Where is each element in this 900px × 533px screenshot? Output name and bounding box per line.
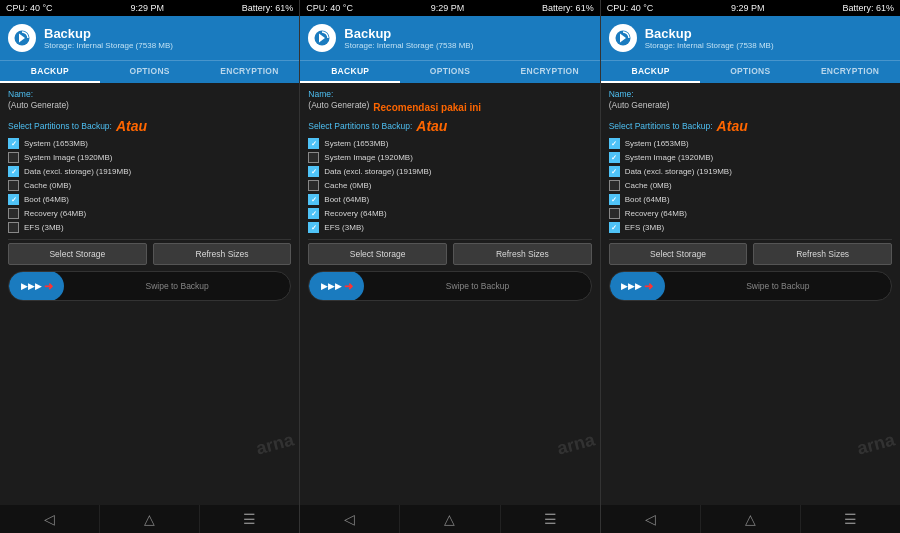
- partition-name: System Image (1920MB): [24, 153, 112, 162]
- refresh-sizes-button[interactable]: Refresh Sizes: [153, 243, 292, 265]
- nav-item-0[interactable]: ◁: [601, 505, 701, 533]
- swipe-bar[interactable]: ▶ ▶ ▶ ➜ Swipe to Backup: [308, 271, 591, 301]
- partition-checkbox[interactable]: [8, 222, 19, 233]
- tab-options[interactable]: OPTIONS: [700, 61, 800, 83]
- arrow-2: ▶: [628, 281, 635, 291]
- partition-item[interactable]: System Image (1920MB): [8, 152, 291, 163]
- atau-badge: Atau: [717, 118, 748, 134]
- partition-checkbox[interactable]: [609, 194, 620, 205]
- section-label: Select Partitions to Backup:: [8, 121, 112, 131]
- nav-item-2[interactable]: ☰: [501, 505, 600, 533]
- swipe-bar[interactable]: ▶ ▶ ▶ ➜ Swipe to Backup: [8, 271, 291, 301]
- cpu-status: CPU: 40 °C: [6, 3, 53, 13]
- partition-checkbox[interactable]: [8, 194, 19, 205]
- nav-item-2[interactable]: ☰: [801, 505, 900, 533]
- partition-name: Cache (0MB): [324, 181, 371, 190]
- partition-checkbox[interactable]: [609, 222, 620, 233]
- partition-checkbox[interactable]: [609, 138, 620, 149]
- tabs-bar: BACKUPOPTIONSENCRYPTION: [300, 60, 599, 83]
- tab-encryption[interactable]: ENCRYPTION: [500, 61, 600, 83]
- partition-item[interactable]: Cache (0MB): [308, 180, 591, 191]
- partition-item[interactable]: Data (excl. storage) (1919MB): [609, 166, 892, 177]
- section-row: Select Partitions to Backup:Atau: [8, 118, 291, 134]
- partition-item[interactable]: System (1653MB): [8, 138, 291, 149]
- arrow-1: ▶: [21, 281, 28, 291]
- partition-checkbox[interactable]: [8, 208, 19, 219]
- partition-item[interactable]: EFS (3MB): [308, 222, 591, 233]
- partition-checkbox[interactable]: [609, 208, 620, 219]
- partition-item[interactable]: Data (excl. storage) (1919MB): [308, 166, 591, 177]
- partition-name: Boot (64MB): [324, 195, 369, 204]
- partition-item[interactable]: Recovery (64MB): [308, 208, 591, 219]
- partition-name: Cache (0MB): [24, 181, 71, 190]
- app-header: Backup Storage: Internal Storage (7538 M…: [0, 16, 299, 60]
- partition-item[interactable]: System (1653MB): [308, 138, 591, 149]
- nav-item-0[interactable]: ◁: [300, 505, 400, 533]
- partition-checkbox[interactable]: [308, 166, 319, 177]
- partition-checkbox[interactable]: [8, 180, 19, 191]
- partition-item[interactable]: Cache (0MB): [609, 180, 892, 191]
- partition-item[interactable]: EFS (3MB): [8, 222, 291, 233]
- cpu-status: CPU: 40 °C: [306, 3, 353, 13]
- tab-encryption[interactable]: ENCRYPTION: [200, 61, 300, 83]
- nav-item-1[interactable]: △: [100, 505, 200, 533]
- partition-item[interactable]: Boot (64MB): [8, 194, 291, 205]
- nav-item-1[interactable]: △: [400, 505, 500, 533]
- partition-checkbox[interactable]: [308, 222, 319, 233]
- partition-item[interactable]: Data (excl. storage) (1919MB): [8, 166, 291, 177]
- partition-checkbox[interactable]: [8, 138, 19, 149]
- tab-options[interactable]: OPTIONS: [400, 61, 500, 83]
- refresh-sizes-button[interactable]: Refresh Sizes: [453, 243, 592, 265]
- partition-checkbox[interactable]: [308, 194, 319, 205]
- partition-item[interactable]: System Image (1920MB): [609, 152, 892, 163]
- partition-name: Recovery (64MB): [324, 209, 386, 218]
- name-label: Name:: [308, 89, 591, 99]
- partition-checkbox[interactable]: [8, 152, 19, 163]
- partition-checkbox[interactable]: [609, 152, 620, 163]
- battery-status: Battery: 61%: [542, 3, 594, 13]
- section-label: Select Partitions to Backup:: [308, 121, 412, 131]
- status-bar: CPU: 40 °C 9:29 PM Battery: 61%: [601, 0, 900, 16]
- status-bar: CPU: 40 °C 9:29 PM Battery: 61%: [300, 0, 599, 16]
- select-storage-button[interactable]: Select Storage: [308, 243, 447, 265]
- partition-checkbox[interactable]: [308, 208, 319, 219]
- tab-options[interactable]: OPTIONS: [100, 61, 200, 83]
- partition-item[interactable]: Recovery (64MB): [609, 208, 892, 219]
- partition-checkbox[interactable]: [609, 180, 620, 191]
- partition-item[interactable]: Cache (0MB): [8, 180, 291, 191]
- partition-item[interactable]: Boot (64MB): [609, 194, 892, 205]
- nav-item-0[interactable]: ◁: [0, 505, 100, 533]
- arrow-3: ▶: [635, 281, 642, 291]
- partition-list: System (1653MB)System Image (1920MB)Data…: [609, 138, 892, 233]
- partition-item[interactable]: Recovery (64MB): [8, 208, 291, 219]
- partition-checkbox[interactable]: [308, 152, 319, 163]
- app-title-block: Backup Storage: Internal Storage (7538 M…: [344, 26, 473, 50]
- nav-bar: ◁△☰: [601, 505, 900, 533]
- section-row: Select Partitions to Backup:Atau: [308, 118, 591, 134]
- refresh-sizes-button[interactable]: Refresh Sizes: [753, 243, 892, 265]
- nav-item-1[interactable]: △: [701, 505, 801, 533]
- select-storage-button[interactable]: Select Storage: [8, 243, 147, 265]
- nav-bar: ◁△☰: [300, 505, 599, 533]
- nav-item-2[interactable]: ☰: [200, 505, 299, 533]
- partition-item[interactable]: System Image (1920MB): [308, 152, 591, 163]
- partition-item[interactable]: EFS (3MB): [609, 222, 892, 233]
- tab-encryption[interactable]: ENCRYPTION: [800, 61, 900, 83]
- swipe-bar[interactable]: ▶ ▶ ▶ ➜ Swipe to Backup: [609, 271, 892, 301]
- battery-status: Battery: 61%: [842, 3, 894, 13]
- partition-checkbox[interactable]: [8, 166, 19, 177]
- partition-item[interactable]: System (1653MB): [609, 138, 892, 149]
- app-icon: [8, 24, 36, 52]
- tab-backup[interactable]: BACKUP: [300, 61, 400, 83]
- tab-backup[interactable]: BACKUP: [601, 61, 701, 83]
- partition-checkbox[interactable]: [308, 138, 319, 149]
- nav-bar: ◁△☰: [0, 505, 299, 533]
- partition-checkbox[interactable]: [308, 180, 319, 191]
- partition-item[interactable]: Boot (64MB): [308, 194, 591, 205]
- app-subtitle: Storage: Internal Storage (7538 MB): [645, 41, 774, 50]
- partition-checkbox[interactable]: [609, 166, 620, 177]
- tab-backup[interactable]: BACKUP: [0, 61, 100, 83]
- swipe-arrows: ▶ ▶ ▶ ➜: [309, 271, 364, 301]
- select-storage-button[interactable]: Select Storage: [609, 243, 748, 265]
- swipe-to-backup-label: Swipe to Backup: [364, 281, 590, 291]
